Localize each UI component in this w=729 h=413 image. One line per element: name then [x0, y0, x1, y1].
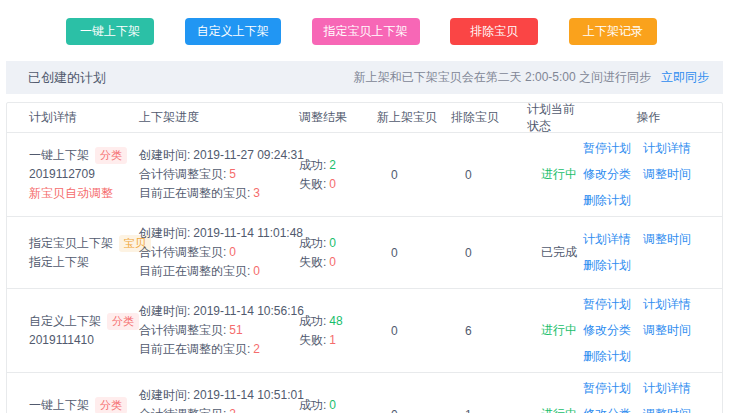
- header-actions: 操作: [583, 109, 714, 126]
- status-cell: 进行中: [521, 166, 583, 183]
- status-badge: 进行中: [541, 407, 577, 413]
- plan-type-tag: 分类: [95, 397, 127, 413]
- plan-detail-link[interactable]: 计划详情: [643, 380, 691, 397]
- plan-type-tag: 分类: [95, 147, 127, 164]
- header-progress: 上下架进度: [139, 109, 299, 126]
- delete-plan-link[interactable]: 删除计划: [583, 192, 631, 209]
- plan-details-cell: 一键上下架分类 2019112709 新宝贝自动调整: [29, 146, 139, 203]
- actions-cell: 计划详情 调整时间 删除计划: [583, 231, 705, 274]
- plan-detail-link[interactable]: 计划详情: [643, 296, 691, 313]
- delete-plan-link[interactable]: 删除计划: [583, 257, 631, 274]
- adjust-time-link[interactable]: 调整时间: [643, 231, 691, 248]
- header-status: 计划当前状态: [521, 101, 583, 135]
- adjusting-count: 2: [253, 342, 260, 356]
- delete-plan-link[interactable]: 删除计划: [583, 348, 631, 365]
- new-listed-cell: 0: [371, 168, 445, 182]
- success-count: 0: [329, 236, 336, 250]
- table-row: 一键上下架分类 2019112709 新宝贝自动调整 创建时间:2019-11-…: [7, 133, 722, 216]
- progress-cell: 创建时间:2019-11-14 10:56:16 合计待调整宝贝:51 目前正在…: [139, 302, 299, 359]
- pause-plan-link[interactable]: 暂停计划: [583, 380, 631, 397]
- panel-header: 已创建的计划 新上架和已下架宝贝会在第二天 2:00-5:00 之间进行同步 立…: [6, 61, 723, 94]
- edit-category-link[interactable]: 修改分类: [583, 406, 631, 413]
- fail-count: 1: [329, 333, 336, 347]
- plan-id: 2019112709: [29, 165, 139, 184]
- result-cell: 成功:2 失败:0: [299, 156, 371, 194]
- plan-type-tag: 分类: [107, 313, 139, 330]
- actions-cell: 暂停计划 计划详情 修改分类 调整时间 删除计划: [583, 380, 705, 413]
- plan-name: 一键上下架: [29, 398, 89, 412]
- new-listed-cell: 0: [371, 246, 445, 260]
- result-cell: 成功:0 失败:0: [299, 396, 371, 413]
- header-plan-details: 计划详情: [29, 109, 139, 126]
- excluded-cell: 0: [445, 246, 521, 260]
- new-listed-cell: 0: [371, 408, 445, 413]
- plan-id: 2019111410: [29, 331, 139, 350]
- progress-cell: 创建时间:2019-11-14 11:01:48 合计待调整宝贝:0 目前正在调…: [139, 224, 299, 281]
- adjust-time-link[interactable]: 调整时间: [643, 406, 691, 413]
- actions-cell: 暂停计划 计划详情 修改分类 调整时间 删除计划: [583, 140, 705, 209]
- specified-item-listing-button[interactable]: 指定宝贝上下架: [312, 18, 420, 45]
- pause-plan-link[interactable]: 暂停计划: [583, 140, 631, 157]
- plans-table: 计划详情 上下架进度 调整结果 新上架宝贝 排除宝贝 计划当前状态 操作 一键上…: [6, 102, 723, 413]
- custom-listing-button[interactable]: 自定义上下架: [185, 18, 281, 45]
- total-pending-count: 5: [229, 167, 236, 181]
- exclude-items-button[interactable]: 排除宝贝: [450, 18, 538, 45]
- one-key-listing-button[interactable]: 一键上下架: [66, 18, 154, 45]
- sync-now-link[interactable]: 立即同步: [661, 69, 709, 86]
- toolbar: 一键上下架 自定义上下架 指定宝贝上下架 排除宝贝 上下架记录: [0, 0, 729, 45]
- plan-name: 指定宝贝上下架: [29, 236, 113, 250]
- progress-cell: 创建时间:2019-11-14 10:51:01 合计待调整宝贝:2 目前正在调…: [139, 386, 299, 413]
- edit-category-link[interactable]: 修改分类: [583, 322, 631, 339]
- plan-id: 指定上下架: [29, 253, 139, 272]
- plan-detail-link[interactable]: 计划详情: [583, 231, 631, 248]
- fail-count: 0: [329, 255, 336, 269]
- total-pending-count: 2: [229, 407, 236, 413]
- table-row: 指定宝贝上下架宝贝 指定上下架 创建时间:2019-11-14 11:01:48…: [7, 216, 722, 288]
- success-count: 0: [329, 398, 336, 412]
- actions-cell: 暂停计划 计划详情 修改分类 调整时间 删除计划: [583, 296, 705, 365]
- status-badge: 进行中: [541, 323, 577, 337]
- created-time: 2019-11-27 09:24:31: [193, 148, 304, 162]
- total-pending-count: 51: [229, 323, 242, 337]
- pause-plan-link[interactable]: 暂停计划: [583, 296, 631, 313]
- listing-records-button[interactable]: 上下架记录: [569, 18, 657, 45]
- excluded-cell: 6: [445, 324, 521, 338]
- table-header-row: 计划详情 上下架进度 调整结果 新上架宝贝 排除宝贝 计划当前状态 操作: [7, 103, 722, 133]
- plan-details-cell: 指定宝贝上下架宝贝 指定上下架: [29, 234, 139, 272]
- status-cell: 已完成: [521, 244, 583, 261]
- sync-note: 新上架和已下架宝贝会在第二天 2:00-5:00 之间进行同步: [354, 69, 651, 86]
- table-row: 自定义上下架分类 2019111410 创建时间:2019-11-14 10:5…: [7, 288, 722, 372]
- adjusting-count: 0: [253, 264, 260, 278]
- fail-count: 0: [329, 177, 336, 191]
- success-count: 48: [329, 314, 342, 328]
- header-excluded: 排除宝贝: [445, 109, 521, 126]
- created-time: 2019-11-14 11:01:48: [193, 226, 303, 240]
- panel-title: 已创建的计划: [28, 69, 106, 87]
- total-pending-count: 0: [229, 245, 236, 259]
- status-badge: 已完成: [541, 245, 577, 259]
- status-cell: 进行中: [521, 406, 583, 413]
- new-listed-cell: 0: [371, 324, 445, 338]
- plan-name: 自定义上下架: [29, 314, 101, 328]
- adjust-time-link[interactable]: 调整时间: [643, 322, 691, 339]
- result-cell: 成功:48 失败:1: [299, 312, 371, 350]
- table-row: 一键上下架分类 2019111410 创建时间:2019-11-14 10:51…: [7, 372, 722, 413]
- adjust-time-link[interactable]: 调整时间: [643, 166, 691, 183]
- plan-detail-link[interactable]: 计划详情: [643, 140, 691, 157]
- excluded-cell: 1: [445, 408, 521, 413]
- created-time: 2019-11-14 10:51:01: [193, 388, 304, 402]
- header-result: 调整结果: [299, 109, 371, 126]
- result-cell: 成功:0 失败:0: [299, 234, 371, 272]
- success-count: 2: [329, 158, 336, 172]
- header-new-listed: 新上架宝贝: [371, 109, 445, 126]
- progress-cell: 创建时间:2019-11-27 09:24:31 合计待调整宝贝:5 目前正在调…: [139, 146, 299, 203]
- edit-category-link[interactable]: 修改分类: [583, 166, 631, 183]
- plan-note: 新宝贝自动调整: [29, 184, 139, 203]
- plan-details-cell: 自定义上下架分类 2019111410: [29, 312, 139, 350]
- plan-name: 一键上下架: [29, 148, 89, 162]
- created-time: 2019-11-14 10:56:16: [193, 304, 304, 318]
- adjusting-count: 3: [253, 186, 260, 200]
- status-badge: 进行中: [541, 167, 577, 181]
- excluded-cell: 0: [445, 168, 521, 182]
- plan-details-cell: 一键上下架分类 2019111410: [29, 396, 139, 413]
